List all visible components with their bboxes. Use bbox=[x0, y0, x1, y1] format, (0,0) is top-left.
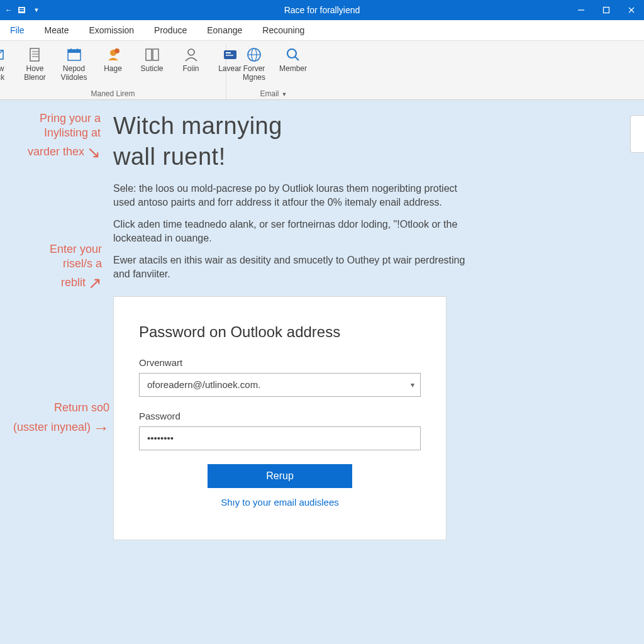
annotation-2: Enter your risel/s a reblit↗ bbox=[14, 242, 102, 291]
login-title: Password on Outlook address bbox=[139, 323, 421, 341]
alt-link[interactable]: Shıy to your email audislees bbox=[221, 497, 339, 508]
password-label: Password bbox=[139, 411, 421, 421]
ribbon-btn-member[interactable]: Member bbox=[276, 45, 310, 82]
down-caret-icon[interactable]: ▼ bbox=[31, 5, 42, 15]
intro-para-3: Ewer atacils en ithis wair as desitity a… bbox=[113, 253, 465, 280]
globe-icon bbox=[245, 46, 263, 64]
person-icon bbox=[182, 46, 200, 64]
search-icon bbox=[284, 46, 302, 64]
svg-line-28 bbox=[295, 57, 299, 60]
intro-para-2: Click aden time teadnedo alank, or ser f… bbox=[113, 218, 465, 245]
people-badge-icon bbox=[104, 46, 122, 64]
minimize-button[interactable] bbox=[569, 0, 594, 20]
svg-rect-19 bbox=[153, 49, 158, 60]
menu-item-2[interactable]: Produce bbox=[144, 20, 197, 40]
app-logo-icon bbox=[18, 5, 28, 15]
svg-point-17 bbox=[114, 48, 119, 53]
svg-rect-13 bbox=[68, 50, 80, 53]
menu-item-0[interactable]: Meate bbox=[35, 20, 79, 40]
svg-rect-18 bbox=[146, 49, 152, 60]
svg-rect-4 bbox=[604, 8, 609, 13]
intro-para-1: Sele: the loos ou mold-pacrese po by Out… bbox=[113, 182, 465, 209]
svg-rect-8 bbox=[30, 48, 39, 61]
ribbon-btn-suticle[interactable]: Suticle bbox=[135, 45, 169, 82]
ribbon-btn-view[interactable]: ViewCock bbox=[0, 45, 13, 82]
ribbon-btn-nepod[interactable]: NepodViidoles bbox=[57, 45, 91, 82]
ribbon-group-label-1: Maned Lirem bbox=[91, 89, 135, 98]
annotation-3: Return so0 (usster inyneal)→ bbox=[9, 401, 109, 435]
ribbon-btn-hage[interactable]: Hage bbox=[96, 45, 130, 82]
email-label: Orvenwart bbox=[139, 357, 421, 368]
login-card: Password on Outlook address Orvenwart ▾ … bbox=[113, 296, 447, 540]
email-select-wrap[interactable]: ▾ bbox=[139, 373, 421, 397]
close-button[interactable] bbox=[619, 0, 644, 20]
svg-point-27 bbox=[287, 49, 296, 58]
menu-item-3[interactable]: Eonange bbox=[197, 20, 252, 40]
menu-file[interactable]: File bbox=[0, 20, 35, 40]
content-pane: Pring your a Inylisting at varder thex↘ … bbox=[0, 100, 644, 644]
maximize-button[interactable] bbox=[594, 0, 619, 20]
svg-point-20 bbox=[188, 49, 194, 55]
arrow-icon: ↘ bbox=[87, 142, 101, 163]
back-icon[interactable]: ← bbox=[4, 5, 14, 15]
titlebar: ← ▼ Race for forallyiend bbox=[0, 0, 644, 20]
password-field[interactable] bbox=[139, 426, 421, 450]
ribbon-btn-forver[interactable]: ForverMgnes bbox=[237, 45, 271, 82]
arrow-icon: → bbox=[93, 418, 109, 438]
panel-icon bbox=[143, 46, 161, 64]
arrow-icon: ↗ bbox=[88, 273, 102, 294]
document-icon bbox=[26, 46, 44, 64]
ribbon: ViewCock HoveBlenor NepodViidoles Hage S… bbox=[0, 41, 644, 100]
menu-item-1[interactable]: Exomission bbox=[79, 20, 144, 40]
page-heading-2: wall ruent! bbox=[113, 143, 619, 170]
envelope-icon bbox=[0, 46, 5, 64]
annotation-1: Pring your a Inylisting at varder thex↘ bbox=[6, 111, 101, 160]
svg-rect-1 bbox=[19, 8, 24, 9]
page-heading-1: Witch marnying bbox=[113, 113, 619, 140]
ribbon-btn-foiin[interactable]: Foiin bbox=[174, 45, 208, 82]
menu-item-4[interactable]: Recouning bbox=[252, 20, 314, 40]
submit-button[interactable]: Rerup bbox=[208, 464, 352, 488]
svg-rect-2 bbox=[19, 10, 24, 11]
ribbon-btn-hove[interactable]: HoveBlenor bbox=[18, 45, 52, 82]
window-title: Race for forallyiend bbox=[284, 5, 360, 15]
calendar-icon bbox=[65, 46, 83, 64]
menubar: File Meate Exomission Produce Eonange Re… bbox=[0, 20, 644, 41]
ribbon-group-label-2[interactable]: Email▼ bbox=[260, 89, 287, 98]
side-tab[interactable] bbox=[630, 115, 644, 153]
email-field[interactable] bbox=[139, 373, 421, 397]
